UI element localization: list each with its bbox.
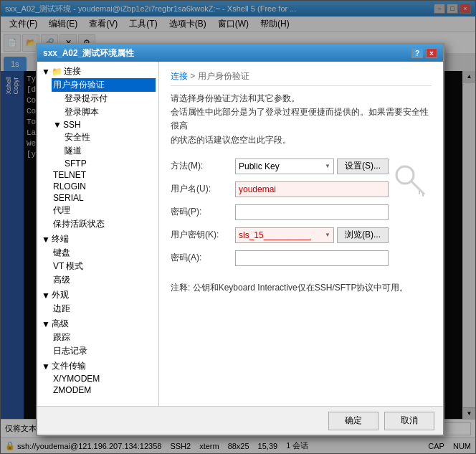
tree-expand-appearance: ▼ <box>42 290 50 301</box>
tree-expand-terminal: ▼ <box>42 235 50 245</box>
tree-item-appearance-label: 外观 <box>52 289 69 301</box>
tree-item-zmodem-label: ZMODEM <box>53 385 91 395</box>
tree-item-xymodem[interactable]: X/YMODEM <box>52 373 156 384</box>
passphrase-input[interactable] <box>235 250 389 266</box>
description-text: 请选择身份验证方法和其它参数。 会话属性中此部分是为了登录过程更便捷而提供的。如… <box>171 92 432 147</box>
userkey-row: 用户密钥(K): sls_15__________ ▼ 浏览(B)... <box>171 227 389 243</box>
tree-item-zmodem[interactable]: ZMODEM <box>52 384 156 396</box>
method-value: Public Key <box>239 161 280 171</box>
username-row: 用户名(U): <box>171 181 389 197</box>
tree-item-serial[interactable]: SERIAL <box>52 192 156 204</box>
tree-expand-ssh: ▼ <box>53 120 62 130</box>
userkey-label: 用户密钥(K): <box>171 229 235 241</box>
tree-item-rlogin-label: RLOGIN <box>53 181 86 191</box>
tree-item-serial-label: SERIAL <box>53 193 84 203</box>
breadcrumb-auth: 用户身份验证 <box>198 71 249 81</box>
tree-item-appearance[interactable]: ▼ 外观 <box>40 288 156 302</box>
tree-terminal-children: 键盘 VT 模式 高级 <box>40 246 156 287</box>
ok-button[interactable]: 确定 <box>328 412 379 430</box>
tree-item-keyboard-label: 键盘 <box>53 247 70 257</box>
tree-folder-icon: 📁 <box>52 67 62 77</box>
method-select[interactable]: Public Key ▼ <box>235 159 334 174</box>
tree-panel: ▼ 📁 连接 用户身份验证 登录提示付 登录脚本 <box>37 62 159 406</box>
userkey-select[interactable]: sls_15__________ ▼ <box>235 227 334 243</box>
password-row: 密码(P): <box>171 204 389 220</box>
dialog-help-button[interactable]: ? <box>411 48 423 58</box>
breadcrumb-separator: > <box>190 71 197 81</box>
dialog-body: ▼ 📁 连接 用户身份验证 登录提示付 登录脚本 <box>37 62 443 406</box>
password-input[interactable] <box>235 204 389 220</box>
tree-item-margin-label: 边距 <box>53 303 70 313</box>
breadcrumb: 连接 > 用户身份验证 <box>171 70 432 86</box>
tree-auth-children: 登录提示付 登录脚本 <box>52 92 156 119</box>
tree-advanced-children: 跟踪 日志记录 <box>40 331 156 358</box>
browse-button[interactable]: 浏览(B)... <box>337 227 389 243</box>
method-row: 方法(M): Public Key ▼ 设置(S)... <box>171 159 389 174</box>
tree-filetransfer-children: X/YMODEM ZMODEM <box>40 373 156 396</box>
tree-item-vtmode-label: VT 模式 <box>53 261 83 271</box>
tree-item-trace-label: 跟踪 <box>53 332 70 342</box>
tree-item-advanced[interactable]: 高级 <box>52 273 156 287</box>
tree-expand-filetransfer: ▼ <box>42 361 50 372</box>
userkey-dropdown-icon: ▼ <box>325 232 330 238</box>
tree-item-keepalive-label: 保持活跃状态 <box>53 219 105 229</box>
tree-item-security-label: 安全性 <box>65 132 90 142</box>
tree-item-filetransfer[interactable]: ▼ 文件传输 <box>40 359 156 373</box>
method-dropdown-icon: ▼ <box>325 163 330 169</box>
tree-item-security[interactable]: 安全性 <box>63 131 156 144</box>
tree-item-tunnel-label: 隧道 <box>65 146 82 156</box>
properties-dialog: sxx_A02_测试环境属性 ? × ▼ 📁 连接 用户身份验证 <box>36 43 444 436</box>
key-icon <box>392 162 428 198</box>
svg-point-0 <box>396 166 414 184</box>
tree-appearance-children: 边距 <box>40 302 156 316</box>
tree-item-telnet[interactable]: TELNET <box>52 169 156 181</box>
tree-item-sftp-label: SFTP <box>65 159 87 169</box>
note-text: 注释: 公钥和Keyboard Interactive仅在SSH/SFTP协议中… <box>171 282 432 294</box>
tree-item-filetransfer-label: 文件传输 <box>52 360 86 372</box>
form-area: 方法(M): Public Key ▼ 设置(S)... 用户名(U): <box>171 159 432 273</box>
modal-overlay: sxx_A02_测试环境属性 ? × ▼ 📁 连接 用户身份验证 <box>0 0 476 454</box>
tree-item-login-prompt-label: 登录提示付 <box>65 93 108 103</box>
tree-item-advanced-root[interactable]: ▼ 高级 <box>40 317 156 331</box>
desc-line3: 的状态的话建议您空出此字段。 <box>171 133 432 147</box>
tree-item-advanced-label: 高级 <box>53 275 70 285</box>
tree-item-login-script-label: 登录脚本 <box>65 107 99 117</box>
cancel-button[interactable]: 取消 <box>384 412 434 430</box>
tree-item-login-script[interactable]: 登录脚本 <box>63 105 156 119</box>
tree-ssh-children: 安全性 隧道 SFTP <box>52 131 156 169</box>
tree-item-sftp[interactable]: SFTP <box>63 158 156 169</box>
tree-item-advanced-root-label: 高级 <box>52 318 69 330</box>
tree-item-proxy[interactable]: 代理 <box>52 204 156 217</box>
settings-button[interactable]: 设置(S)... <box>337 159 389 174</box>
tree-children: 用户身份验证 登录提示付 登录脚本 ▼ SSH <box>40 78 156 231</box>
tree-item-keepalive[interactable]: 保持活跃状态 <box>52 217 156 231</box>
username-label: 用户名(U): <box>171 183 235 195</box>
tree-item-logging-label: 日志记录 <box>53 346 87 356</box>
key-icon-area <box>389 159 432 202</box>
tree-item-tunnel[interactable]: 隧道 <box>63 144 156 158</box>
tree-item-terminal[interactable]: ▼ 终端 <box>40 232 156 246</box>
tree-item-trace[interactable]: 跟踪 <box>52 331 156 344</box>
tree-root-connection[interactable]: ▼ 📁 连接 <box>40 65 156 78</box>
passphrase-label: 密码(A): <box>171 252 235 264</box>
tree-item-rlogin[interactable]: RLOGIN <box>52 181 156 192</box>
tree-item-proxy-label: 代理 <box>53 205 70 215</box>
password-label: 密码(P): <box>171 206 235 218</box>
tree-item-auth[interactable]: 用户身份验证 <box>52 78 156 92</box>
tree-item-login-prompt[interactable]: 登录提示付 <box>63 92 156 105</box>
tree-expand-advanced: ▼ <box>42 319 50 329</box>
tree-item-keyboard[interactable]: 键盘 <box>52 246 156 260</box>
tree-item-ssh[interactable]: ▼ SSH <box>52 119 156 131</box>
dialog-close-button[interactable]: × <box>426 48 437 58</box>
dialog-titlebar: sxx_A02_测试环境属性 ? × <box>37 44 443 62</box>
tree-item-margin[interactable]: 边距 <box>52 302 156 316</box>
breadcrumb-connection[interactable]: 连接 <box>171 71 188 81</box>
tree-expand-icon: ▼ <box>42 67 50 77</box>
username-input[interactable] <box>235 181 389 197</box>
tree-item-logging[interactable]: 日志记录 <box>52 344 156 358</box>
userkey-value: sls_15__________ <box>239 230 311 240</box>
tree-item-vtmode[interactable]: VT 模式 <box>52 260 156 273</box>
dialog-titlebar-buttons: ? × <box>411 48 437 58</box>
method-label: 方法(M): <box>171 160 235 172</box>
tree-item-auth-label: 用户身份验证 <box>53 80 105 90</box>
